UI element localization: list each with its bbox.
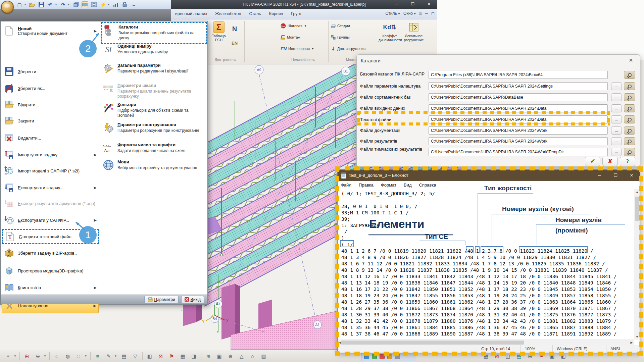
new-document-icon[interactable]: ▢ <box>16 1 23 8</box>
minimize-icon[interactable]: ─ <box>392 1 402 7</box>
toolbar-icon-half-right[interactable]: ◨ <box>190 352 198 360</box>
notepad-minimize-icon[interactable]: ─ <box>591 170 607 181</box>
engineering-button[interactable]: EN Инженерная▼ <box>281 44 314 53</box>
results-files-field[interactable]: C:\Users\Public\Documents\LIRA SAPR\LIRA… <box>429 137 608 145</box>
documentation-files-field[interactable]: C:\Users\Public\Documents\LIRA SAPR\LIRA… <box>429 126 608 135</box>
submenu-item-design-params[interactable]: Параметри конструюванняПараметри розраху… <box>101 121 207 140</box>
menu-item-save-zip[interactable]: ZIP Зберегти задачу в ZIP-архів.. <box>2 246 99 260</box>
redo-icon[interactable]: ↷ <box>60 1 66 8</box>
vertical-scroll-thumb[interactable] <box>635 197 639 221</box>
exit-button[interactable]: Вихід <box>181 296 204 303</box>
toolbar-icon-node-filled[interactable]: ◍ <box>64 352 72 360</box>
submenu-item-catalogs[interactable]: КаталогиЗмінити розміщення робочих файлі… <box>101 22 207 44</box>
magnifier-button-7[interactable] <box>624 148 635 156</box>
submenu-item-number-formats[interactable]: x,xx..Aa Формати чисел та шрифтиЗадати в… <box>101 141 207 158</box>
text-files-field[interactable]: C:\Users\Public\Documents\LIRA SAPR\LIRA… <box>429 115 608 123</box>
help-icon[interactable]: ⍰ <box>419 11 422 16</box>
help-button[interactable]: ? <box>620 157 635 166</box>
n-button[interactable]: N <box>230 21 240 36</box>
toolbar-icon-frame1[interactable]: ▦ <box>482 352 490 360</box>
mini-icon-gray[interactable] <box>395 354 400 359</box>
toolbar-icon-frame8[interactable]: ◧ <box>559 352 567 360</box>
menu-item-delete[interactable]: Видалити... <box>2 131 99 145</box>
tab-reinforced-concrete[interactable]: Железобетон <box>211 9 245 18</box>
magnifier-button-5[interactable] <box>624 126 635 135</box>
tab-extended-analysis[interactable]: иренный анализ <box>171 9 211 18</box>
toolbar-icon-mesh[interactable]: ∷ <box>75 352 83 360</box>
toolbar-icon-frame6[interactable]: ⚑ <box>537 352 545 360</box>
source-data-files-field[interactable]: C:\Users\Public\Documents\LIRA SAPR\LIRA… <box>429 104 608 112</box>
browse-button-7[interactable]: ... <box>611 148 622 156</box>
toolbar-icon-grid[interactable]: ▦ <box>179 352 187 360</box>
magnifier-button-4[interactable] <box>624 115 635 123</box>
mini-icon-green[interactable] <box>372 354 377 359</box>
base-catalog-field[interactable]: C:\Program Files (x86)\LIRA SAPR\LIRA SA… <box>429 71 608 79</box>
3d-view-icon[interactable] <box>72 1 79 8</box>
browse-button-2[interactable]: ... <box>611 93 622 101</box>
close-icon[interactable]: ✕ <box>424 1 434 7</box>
toolbar-icon-node[interactable]: ◌ <box>53 352 61 360</box>
menu-item-save-as[interactable]: Зберегти як... <box>2 81 99 96</box>
submenu-item-colors[interactable]: КольориПідбір кольорів для об'єктів схем… <box>101 101 207 121</box>
submenu-item-general-params[interactable]: Загальні параметриПараметри редагування … <box>101 61 207 81</box>
redo-dropdown-icon[interactable]: ▼ <box>67 3 70 6</box>
menu-item-export-sapfir[interactable]: Експортувати у САПФІР... ▶ <box>2 213 99 227</box>
qat-more-icon[interactable]: 🗕 <box>131 1 137 8</box>
notepad-menu-file[interactable]: Файл <box>341 183 351 188</box>
notepad-text-area[interactable]: ( 0/ 1; TEST_8-8_ДОПОЛН_3/ 2; 5/ 28; 0 0… <box>338 189 634 340</box>
notepad-close-icon[interactable]: ✕ <box>624 170 640 181</box>
browse-button-6[interactable]: ... <box>611 137 622 145</box>
toolbar-icon-box[interactable]: ▣ <box>215 352 224 360</box>
toolbar-icon-remove[interactable]: ⊖ <box>34 352 42 360</box>
menu-item-close[interactable]: Закрити <box>2 113 99 128</box>
browse-button-5[interactable]: ... <box>611 126 622 135</box>
menu-item-report-book[interactable]: Книга звітів ▶ <box>2 280 99 295</box>
browse-button-3[interactable]: ... <box>611 104 622 112</box>
montazh-button[interactable]: Монтаж <box>281 33 300 42</box>
assortment-files-field[interactable]: C:\Users\Public\Documents\LIRA SAPR\Data… <box>429 93 608 101</box>
toolbar-icon-frame5[interactable]: ⊞ <box>526 352 534 360</box>
mdi-restore-icon[interactable]: ◻ <box>431 11 435 16</box>
stages-button[interactable]: Стадии <box>331 21 350 30</box>
menu-item-import-task[interactable]: Імпортувати задачу... ▶ <box>2 147 99 162</box>
horizontal-scroll-thumb[interactable] <box>341 341 524 345</box>
style-menu[interactable]: Стиль ▾ <box>386 11 400 16</box>
toolbar-icon-add[interactable]: ⊕ <box>227 352 235 360</box>
groups-button[interactable]: Группы <box>331 33 350 42</box>
en-small-button[interactable]: EN <box>230 38 240 48</box>
notepad-menu-view[interactable]: Вид <box>404 183 412 188</box>
temp-results-files-field[interactable]: C:\Users\Public\Documents\LIRA SAPR\LIRA… <box>429 148 608 156</box>
tab-soil[interactable]: Грунт <box>287 9 306 18</box>
maximize-icon[interactable]: ☐ <box>408 1 418 7</box>
application-button[interactable] <box>1 1 14 13</box>
mdi-minimize-icon[interactable]: ─ <box>425 11 428 16</box>
magnifier-button-3[interactable] <box>624 104 635 112</box>
toolbar-icon-home[interactable]: ⌂ <box>249 352 257 360</box>
notepad-menu-help[interactable]: Справка <box>419 183 436 188</box>
extra-loads-button[interactable]: Доп. загружения <box>331 44 365 53</box>
flash-dropdown-icon[interactable]: ▼ <box>107 3 110 6</box>
toolbar-icon-tri[interactable]: △ <box>238 352 246 360</box>
table-rsn-button[interactable]: Σ Таблица РСН <box>209 21 229 63</box>
notepad-menu-edit[interactable]: Правка <box>359 183 374 188</box>
undo-dropdown-icon[interactable]: ▼ <box>55 3 57 6</box>
cancel-button[interactable]: ✘ <box>602 157 618 166</box>
toolbar-icon-frame3[interactable]: ◫ <box>504 352 512 360</box>
toolbar-icon-fragment[interactable]: ⊞ <box>23 352 31 360</box>
dialog-close-icon[interactable]: ✕ <box>627 57 635 65</box>
menu-item-new[interactable]: НовийСтворити новий документ ▶ <box>2 23 99 39</box>
toolbar-icon-rows[interactable]: ▤ <box>120 352 128 360</box>
toolbar-icon-waves[interactable]: ≋ <box>204 352 212 360</box>
toolbar-icon-edit[interactable]: ✎ <box>105 352 113 360</box>
ok-button[interactable]: ✔ <box>585 157 600 166</box>
book-view-icon[interactable] <box>82 1 88 8</box>
submenu-item-languages[interactable]: МовиВибір мов інтерфейсу та документуван… <box>101 158 207 175</box>
menu-item-open[interactable]: Відкрити... <box>2 97 99 112</box>
window-menu[interactable]: Окно ▾ <box>403 11 416 16</box>
parameters-button[interactable]: Параметри <box>144 296 179 303</box>
submenu-item-units[interactable]: Si Одиниці виміруУстановка одиниць вимір… <box>101 42 207 61</box>
toolbar-icon-frame7[interactable]: ▣ <box>548 352 556 360</box>
toolbar-icon-filter[interactable]: ▽ <box>131 352 139 360</box>
menu-item-import-sapfir[interactable]: S2L Імпорт моделі з САПФІР (*.s2l) <box>2 163 99 178</box>
notepad-menu-format[interactable]: Формат <box>381 183 396 188</box>
